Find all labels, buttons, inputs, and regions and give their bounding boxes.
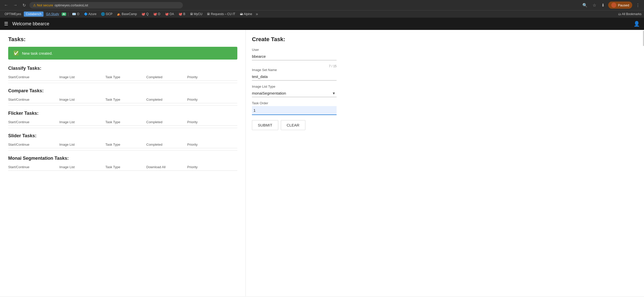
search-button[interactable]: 🔍 [581, 2, 589, 8]
task-group-flicker: Flicker Tasks: Start/Continue Image List… [8, 111, 237, 128]
flicker-col-start: Start/Continue [8, 120, 59, 124]
bookmark-button[interactable]: ☆ [591, 2, 598, 8]
classify-tasks-title: Classify Tasks: [8, 66, 237, 71]
hamburger-menu-button[interactable]: ☰ [4, 21, 8, 27]
task-group-slider: Slider Tasks: Start/Continue Image List … [8, 133, 237, 151]
classify-table-header: Start/Continue Image List Task Type Comp… [8, 74, 237, 81]
browser-actions: 🔍 ☆ ⬇ Paused ⋮ [581, 2, 641, 9]
bookmark-gcp[interactable]: 🌐 GCP [99, 12, 114, 17]
task-group-monai: Monai Segmentation Tasks: Start/Continue… [8, 156, 237, 171]
header-left: ☰ Welcome bbearce [4, 21, 49, 27]
tasks-section: Tasks: ✅ New task created. Classify Task… [0, 30, 246, 296]
main-layout: Tasks: ✅ New task created. Classify Task… [0, 30, 644, 296]
slider-tasks-title: Slider Tasks: [8, 133, 237, 139]
compare-col-completed: Completed [146, 98, 187, 101]
flicker-table-header: Start/Continue Image List Task Type Comp… [8, 119, 237, 126]
user-account-icon[interactable]: 👤 [634, 21, 640, 27]
monai-col-start: Start/Continue [8, 165, 59, 169]
bookmark-optimeyes[interactable]: OPTIMEyes [3, 12, 23, 17]
task-group-classify: Classify Tasks: Start/Continue Image Lis… [8, 66, 237, 83]
compare-col-tasktype: Task Type [105, 98, 146, 101]
address-bar[interactable]: ⚠ Not secure optimeyes.co/tasksList [29, 2, 183, 8]
form-buttons-row: SUBMIT CLEAR [252, 120, 337, 130]
bookmark-basecamp[interactable]: ⛺ BaseCamp [115, 12, 139, 17]
classify-col-tasktype: Task Type [105, 75, 146, 79]
task-order-input[interactable] [252, 106, 337, 115]
app-header: ☰ Welcome bbearce 👤 [0, 18, 644, 30]
user-form-group: User [252, 48, 337, 60]
bookmark-b[interactable]: 🐙 B [176, 12, 187, 17]
flicker-tasks-title: Flicker Tasks: [8, 111, 237, 116]
image-list-type-form-group: Image List Type monaiSegmentation classi… [252, 85, 337, 97]
bookmark-requests-cu-it[interactable]: 🏛 Requests – CU IT [205, 12, 237, 17]
classify-col-priority: Priority [187, 75, 218, 79]
compare-col-priority: Priority [187, 98, 218, 101]
image-set-name-input[interactable] [252, 73, 337, 81]
paused-avatar [611, 3, 616, 8]
bookmark-oa[interactable]: 🐙 OA [163, 12, 176, 17]
success-check-icon: ✅ [13, 50, 19, 56]
char-count: 7 / 15 [252, 64, 337, 68]
image-list-type-select[interactable]: monaiSegmentation classify compare flick… [252, 89, 337, 97]
image-list-type-select-wrapper: monaiSegmentation classify compare flick… [252, 89, 337, 97]
create-task-title: Create Task: [252, 36, 337, 43]
download-button[interactable]: ⬇ [600, 2, 606, 8]
more-button[interactable]: ⋮ [634, 2, 641, 8]
task-group-compare: Compare Tasks: Start/Continue Image List… [8, 88, 237, 106]
bookmark-o1[interactable]: 📧 O [70, 12, 81, 17]
image-set-name-label: Image Set Name [252, 68, 337, 72]
tasks-page-title: Tasks: [8, 36, 237, 43]
create-task-sidebar: Create Task: User 7 / 15 Image Set Name … [246, 30, 343, 296]
image-list-type-label: Image List Type [252, 85, 337, 88]
scrollbar[interactable] [643, 31, 644, 46]
flicker-col-imagelist: Image List [59, 120, 105, 124]
bookmark-ai-badge[interactable]: AI [62, 13, 66, 16]
bookmarks-bar: OPTIMEyes Codabench GA Study AI | 📧 O 🔷 … [0, 10, 644, 18]
classify-col-imagelist: Image List [59, 75, 105, 79]
browser-chrome: ← → ↻ ⚠ Not secure optimeyes.co/tasksLis… [0, 0, 644, 10]
flicker-col-priority: Priority [187, 120, 218, 124]
notification-text: New task created. [22, 51, 53, 55]
monai-col-tasktype: Task Type [105, 165, 146, 169]
slider-col-priority: Priority [187, 143, 218, 146]
forward-button[interactable]: → [12, 2, 19, 8]
bookmark-ga-study[interactable]: GA Study [44, 12, 61, 17]
url-text: optimeyes.co/tasksList [54, 3, 88, 7]
flicker-divider [8, 128, 237, 128]
bookmark-o2[interactable]: 🐙 O [151, 12, 162, 17]
slider-divider [8, 150, 237, 151]
slider-col-tasktype: Task Type [105, 143, 146, 146]
bookmark-codabench[interactable]: Codabench [24, 12, 43, 17]
bookmark-q[interactable]: 🐙 Q [139, 12, 151, 17]
classify-col-start: Start/Continue [8, 75, 59, 79]
reload-button[interactable]: ↻ [21, 2, 27, 8]
compare-col-start: Start/Continue [8, 98, 59, 101]
compare-tasks-title: Compare Tasks: [8, 88, 237, 94]
user-input[interactable] [252, 53, 337, 60]
compare-divider [8, 105, 237, 106]
back-button[interactable]: ← [3, 2, 10, 8]
task-order-form-group: Task Order [252, 101, 337, 115]
slider-table-header: Start/Continue Image List Task Type Comp… [8, 141, 237, 148]
classify-divider [8, 83, 237, 83]
paused-button[interactable]: Paused [608, 2, 632, 9]
bookmark-alpine[interactable]: 🏔 Alpine [238, 12, 254, 17]
bookmark-mycu[interactable]: 🏛 MyCU [188, 12, 205, 17]
bookmark-azure[interactable]: 🔷 Azure [82, 12, 98, 17]
bookmark-separator: | [68, 12, 69, 16]
slider-col-completed: Completed [146, 143, 187, 146]
monai-col-priority: Priority [187, 165, 218, 169]
task-order-label: Task Order [252, 101, 337, 105]
success-notification: ✅ New task created. [8, 47, 237, 60]
slider-col-start: Start/Continue [8, 143, 59, 146]
app-title: Welcome bbearce [12, 21, 49, 27]
submit-button[interactable]: SUBMIT [252, 120, 278, 130]
monai-table-header: Start/Continue Image List Task Type Down… [8, 164, 237, 171]
bookmarks-overflow-button[interactable]: » [256, 12, 258, 16]
image-set-name-form-group: 7 / 15 Image Set Name [252, 64, 337, 81]
all-bookmarks-button[interactable]: 🗂 All Bookmarks [618, 12, 641, 16]
clear-button[interactable]: CLEAR [281, 120, 305, 130]
compare-table-header: Start/Continue Image List Task Type Comp… [8, 96, 237, 103]
compare-col-imagelist: Image List [59, 98, 105, 101]
monai-col-imagelist: Image List [59, 165, 105, 169]
